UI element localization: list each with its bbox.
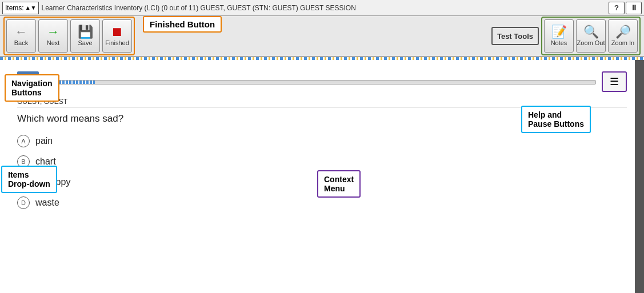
help-button[interactable]: ? [609,2,625,14]
next-label: Next [47,39,60,46]
finished-button-label: Finished Button [150,19,215,29]
items-label: Items: [5,4,24,12]
option-d-text: waste [35,198,59,208]
context-menu-annotation: ContextMenu [317,170,361,198]
finished-label: Finished [105,39,129,46]
back-label: Back [14,39,28,46]
toolbar: ← Back → Next 💾 Save ⏹ Finished Test Too… [0,16,644,57]
help-pause-annotation: Help andPause Buttons [521,106,591,133]
items-dropdown-annotation: ItemsDrop-down [1,166,57,193]
nav-buttons-label: NavigationButtons [11,79,53,97]
option-a-circle: A [17,135,30,147]
dropdown-arrow: ▲▼ [25,5,37,11]
finished-icon: ⏹ [111,26,123,38]
items-dropdown-label: ItemsDrop-down [8,170,50,188]
list-item[interactable]: D waste [17,196,627,209]
nav-buttons-annotation: NavigationButtons [5,74,59,102]
list-item[interactable]: B chart [17,155,627,168]
scrollbar[interactable] [635,60,644,293]
zoom-out-label: Zoom Out [577,39,605,46]
notes-button[interactable]: 📝 Notes [544,19,574,53]
question-header: 1 ☰ [17,71,627,93]
hamburger-icon: ☰ [610,75,619,88]
notes-label: Notes [551,39,567,46]
next-icon: → [47,26,59,38]
zoom-in-icon: 🔎 [615,26,631,38]
session-title: Learner Characteristics Inventory (LCI) … [41,4,606,12]
context-menu-label: ContextMenu [324,175,354,193]
back-icon: ← [15,26,27,38]
list-item[interactable]: A pain [17,135,627,147]
zoom-in-label: Zoom In [611,39,634,46]
save-icon: 💾 [78,26,93,38]
finished-button-annotation: Finished Button [143,16,222,33]
context-menu-button[interactable]: ☰ [602,71,627,92]
save-button[interactable]: 💾 Save [70,19,100,53]
notes-icon: 📝 [551,26,567,38]
zoom-out-button[interactable]: 🔍 Zoom Out [576,19,606,53]
nav-group: ← Back → Next 💾 Save ⏹ Finished [3,17,135,55]
question-progress-bar [45,80,596,85]
option-a-text: pain [35,136,53,146]
help-pause-label: Help andPause Buttons [528,110,584,129]
option-d-circle: D [17,196,30,209]
items-dropdown-container[interactable]: Items: ▲▼ [2,2,39,14]
pause-button[interactable]: ⏸ [626,2,642,14]
save-label: Save [78,39,92,46]
back-button[interactable]: ← Back [6,19,36,53]
help-pause-group: ? ⏸ [609,2,642,14]
next-button[interactable]: → Next [38,19,68,53]
test-tools-label: Test Tools [491,27,539,45]
tools-group: 📝 Notes 🔍 Zoom Out 🔎 Zoom In [541,17,641,55]
pause-icon: ⏸ [630,3,638,12]
zoom-out-icon: 🔍 [583,26,599,38]
top-bar: Items: ▲▼ Learner Characteristics Invent… [0,0,644,16]
zoom-in-button[interactable]: 🔎 Zoom In [608,19,638,53]
finished-button[interactable]: ⏹ Finished [102,19,132,53]
